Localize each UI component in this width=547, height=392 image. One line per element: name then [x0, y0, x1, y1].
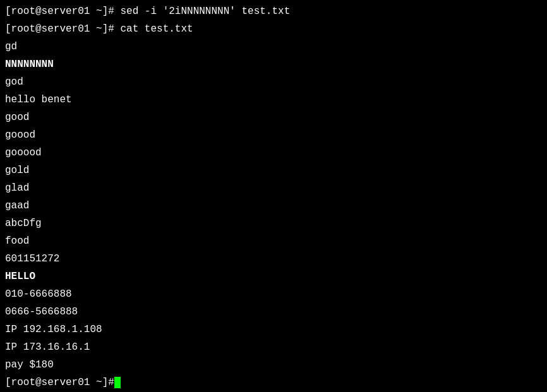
terminal-line: NNNNNNNN — [5, 56, 542, 73]
terminal-line: good — [5, 109, 542, 126]
terminal-container: [root@server01 ~]# sed -i '2iNNNNNNNN' t… — [5, 3, 542, 391]
terminal-line: goood — [5, 126, 542, 144]
prompt-text: [root@server01 ~]# — [5, 374, 114, 391]
terminal-line: food — [5, 232, 542, 250]
terminal-line: gooood — [5, 144, 542, 162]
terminal-cursor — [114, 377, 121, 388]
terminal-line: IP 173.16.16.1 — [5, 338, 542, 356]
terminal-line: [root@server01 ~]# sed -i '2iNNNNNNNN' t… — [5, 3, 542, 20]
terminal-line: pay $180 — [5, 356, 542, 374]
terminal-line: 601151272 — [5, 250, 542, 268]
terminal-line: [root@server01 ~]# cat test.txt — [5, 20, 542, 38]
terminal-line: glad — [5, 179, 542, 197]
terminal-line: 0666-5666888 — [5, 303, 542, 321]
terminal-line: hello benet — [5, 91, 542, 109]
terminal-line: gold — [5, 162, 542, 179]
terminal-line: HELLO — [5, 268, 542, 285]
terminal-line: 010-6666888 — [5, 285, 542, 303]
last-prompt-line: [root@server01 ~]# — [5, 374, 542, 391]
terminal-line: IP 192.168.1.108 — [5, 321, 542, 338]
terminal-line: abcDfg — [5, 215, 542, 232]
terminal-line: god — [5, 73, 542, 91]
terminal-line: gaad — [5, 197, 542, 215]
terminal-line: gd — [5, 38, 542, 56]
